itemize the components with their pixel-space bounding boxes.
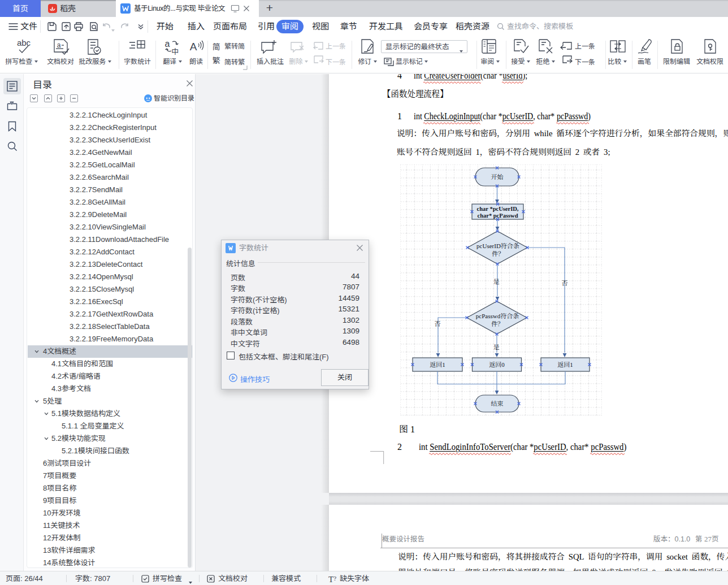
svg-text:否: 否 — [435, 320, 441, 327]
svg-text:abc: abc — [17, 38, 31, 47]
svg-text:char *pcUserID,: char *pcUserID, — [477, 206, 519, 212]
svg-text:繁: 繁 — [213, 55, 220, 66]
svg-text:简: 简 — [213, 41, 220, 52]
svg-text:是: 是 — [493, 344, 500, 350]
svg-text:否: 否 — [562, 280, 568, 287]
svg-text:a: a — [165, 39, 170, 49]
svg-text:A: A — [190, 41, 197, 53]
svg-text:char* pcPasswd: char* pcPasswd — [477, 213, 518, 219]
svg-text:pcUserID符合条: pcUserID符合条 — [476, 242, 519, 249]
svg-text:返回1: 返回1 — [557, 361, 573, 368]
svg-text:结束: 结束 — [491, 400, 504, 407]
svg-text:件？: 件？ — [492, 250, 504, 257]
svg-text:pcPasswd符合条: pcPasswd符合条 — [476, 313, 519, 319]
svg-text:返回1: 返回1 — [430, 361, 445, 368]
svg-text:中: 中 — [171, 46, 179, 57]
svg-text:a: a — [57, 41, 61, 49]
svg-text:开始: 开始 — [491, 174, 504, 180]
svg-text:是: 是 — [493, 278, 500, 285]
svg-text:返回0: 返回0 — [489, 361, 505, 368]
svg-text:件？: 件？ — [491, 320, 504, 327]
